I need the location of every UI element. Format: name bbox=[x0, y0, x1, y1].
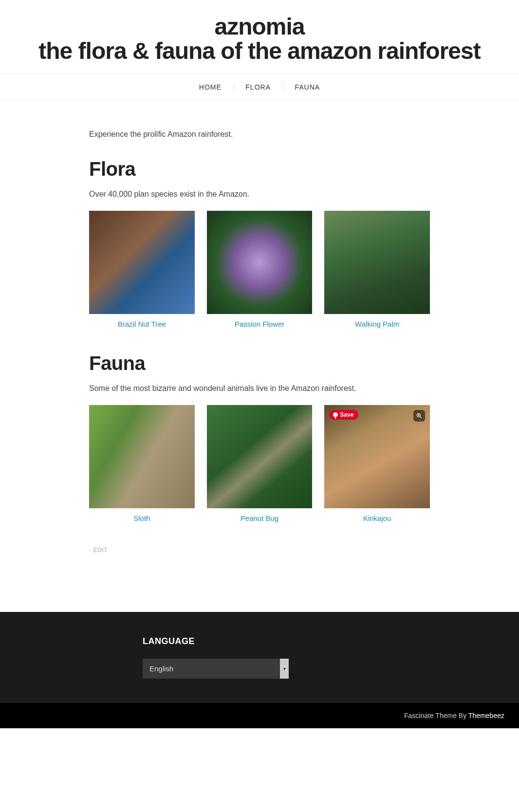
chevron-down-icon: ▾ bbox=[280, 659, 289, 679]
fauna-image-sloth[interactable] bbox=[89, 405, 195, 508]
fauna-caption-link[interactable]: Kinkajou bbox=[363, 514, 391, 522]
site-footer: LANGUAGE English ▾ Fascinate Theme By Th… bbox=[0, 612, 519, 728]
nav-flora[interactable]: FLORA bbox=[234, 83, 281, 91]
flora-item: Walking Palm bbox=[324, 211, 430, 328]
main-content: Experience the prolific Amazon rainfores… bbox=[70, 101, 449, 573]
site-title-line1: aznomia bbox=[10, 15, 509, 39]
zoom-button[interactable] bbox=[413, 410, 425, 422]
edit-dash: - bbox=[89, 547, 92, 554]
flora-image-walking-palm[interactable] bbox=[324, 211, 430, 314]
language-heading: LANGUAGE bbox=[143, 636, 376, 646]
flora-caption-link[interactable]: Walking Palm bbox=[355, 320, 399, 328]
fauna-caption-link[interactable]: Sloth bbox=[133, 514, 150, 522]
save-label: Save bbox=[340, 411, 353, 418]
flora-heading: Flora bbox=[89, 158, 430, 180]
nav-home[interactable]: HOME bbox=[188, 83, 232, 91]
save-button[interactable]: Save bbox=[329, 410, 358, 420]
flora-item: Passion Flower bbox=[207, 211, 313, 328]
theme-brand-link[interactable]: Themebeez bbox=[468, 712, 504, 720]
language-selected-value: English bbox=[143, 659, 280, 679]
flora-caption-link[interactable]: Passion Flower bbox=[235, 320, 285, 328]
theme-credit-prefix: Fascinate Theme By bbox=[404, 712, 468, 720]
footer-inner: LANGUAGE English ▾ bbox=[123, 636, 396, 703]
fauna-item: Save Kinkajou bbox=[324, 405, 430, 522]
fauna-heading: Fauna bbox=[89, 352, 430, 374]
flora-caption-link[interactable]: Brazil Nut Tree bbox=[118, 320, 166, 328]
flora-description: Over 40,000 plan species exist in the Am… bbox=[89, 190, 430, 199]
footer-bottom: Fascinate Theme By Themebeez bbox=[0, 703, 519, 728]
pinterest-icon bbox=[333, 412, 338, 417]
fauna-image-kinkajou[interactable]: Save bbox=[324, 405, 430, 508]
zoom-icon bbox=[416, 412, 423, 419]
flora-image-brazil-nut[interactable] bbox=[89, 211, 195, 314]
fauna-gallery: Sloth Peanut Bug Save bbox=[89, 405, 430, 522]
fauna-image-peanut-bug[interactable] bbox=[207, 405, 313, 508]
site-title-line2: the flora & fauna of the amazon rainfore… bbox=[10, 39, 509, 63]
fauna-description: Some of the most bizarre and wonderul an… bbox=[89, 384, 430, 393]
fauna-item: Sloth bbox=[89, 405, 195, 522]
flora-gallery: Brazil Nut Tree Passion Flower Walking P… bbox=[89, 211, 430, 328]
svg-line-1 bbox=[420, 417, 422, 418]
site-header: aznomia the flora & fauna of the amazon … bbox=[0, 0, 519, 74]
edit-link[interactable]: EDIT bbox=[93, 547, 108, 554]
main-nav: HOME FLORA FAUNA bbox=[0, 74, 519, 101]
fauna-item: Peanut Bug bbox=[207, 405, 313, 522]
fauna-caption-link[interactable]: Peanut Bug bbox=[241, 514, 278, 522]
language-select[interactable]: English ▾ bbox=[143, 659, 289, 679]
intro-text: Experience the prolific Amazon rainfores… bbox=[89, 130, 430, 139]
edit-row: -EDIT bbox=[89, 547, 430, 554]
flora-image-passion-flower[interactable] bbox=[207, 211, 313, 314]
flora-item: Brazil Nut Tree bbox=[89, 211, 195, 328]
nav-fauna[interactable]: FAUNA bbox=[283, 83, 331, 91]
